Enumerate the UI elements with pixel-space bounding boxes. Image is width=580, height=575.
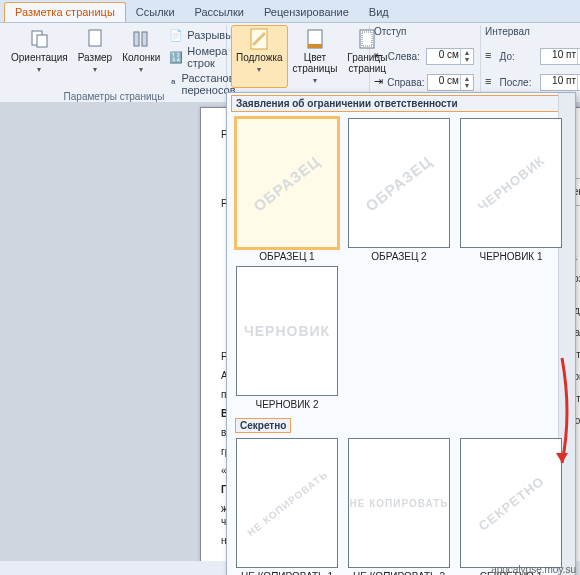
columns-icon: [130, 28, 152, 50]
spacing-after-row: ≡ После: 10 пт▲▼: [485, 73, 580, 91]
page-color-icon: [304, 28, 326, 50]
orientation-button[interactable]: Ориентация ▾: [6, 25, 73, 97]
gallery-grid-1: ОБРАЗЕЦОБРАЗЕЦ 1 ОБРАЗЕЦОБРАЗЕЦ 2 ЧЕРНОВ…: [227, 114, 575, 418]
gallery-section-secret: Секретно: [235, 418, 291, 433]
indent-right-icon: ⇥: [374, 75, 384, 89]
thumb-draft-2[interactable]: ЧЕРНОВИКЧЕРНОВИК 2: [233, 266, 341, 410]
thumb-nocopy-1[interactable]: НЕ КОПИРОВАТЬНЕ КОПИРОВАТЬ 1: [233, 438, 341, 575]
columns-button[interactable]: Колонки ▾: [117, 25, 165, 97]
svg-rect-8: [308, 44, 322, 48]
chevron-down-icon: ▾: [93, 65, 97, 74]
chevron-down-icon: ▾: [37, 65, 41, 74]
tab-review[interactable]: Рецензирование: [254, 3, 359, 22]
tab-page-layout[interactable]: Разметка страницы: [4, 2, 126, 22]
numbers-icon: 🔢: [169, 50, 183, 64]
app-window: Разметка страницы Ссылки Рассылки Реценз…: [0, 0, 580, 575]
spacing-after-icon: ≡: [485, 75, 497, 89]
thumb-sample-1[interactable]: ОБРАЗЕЦОБРАЗЕЦ 1: [233, 118, 341, 262]
indent-left-icon: ⇤: [374, 49, 385, 63]
breaks-icon: 📄: [169, 28, 183, 42]
watermark-button[interactable]: Подложка ▾: [231, 25, 288, 88]
thumb-sample-2[interactable]: ОБРАЗЕЦОБРАЗЕЦ 2: [345, 118, 453, 262]
size-button[interactable]: Размер ▾: [73, 25, 117, 97]
ribbon-tabs: Разметка страницы Ссылки Рассылки Реценз…: [0, 0, 580, 23]
indent-right-row: ⇥ Справа: 0 см▲▼: [374, 73, 474, 91]
svg-rect-4: [142, 32, 147, 46]
spacing-before-row: ≡ До: 10 пт▲▼: [485, 47, 580, 65]
indent-left-field[interactable]: 0 см▲▼: [426, 48, 474, 65]
spacing-before-field[interactable]: 10 пт▲▼: [540, 48, 580, 65]
watermark-icon: [248, 28, 270, 50]
page-color-button[interactable]: Цвет страницы ▾: [288, 25, 343, 88]
gallery-section-disclaimer: Заявления об ограничении ответственности: [231, 95, 571, 112]
tab-view[interactable]: Вид: [359, 3, 399, 22]
svg-rect-1: [37, 35, 47, 47]
indent-right-field[interactable]: 0 см▲▼: [427, 74, 474, 91]
tab-mailings[interactable]: Рассылки: [185, 3, 254, 22]
spinner[interactable]: ▲▼: [460, 49, 473, 64]
spacing-after-field[interactable]: 10 пт▲▼: [540, 74, 580, 91]
chevron-down-icon: ▾: [313, 76, 317, 85]
indent-left-row: ⇤ Слева: 0 см▲▼: [374, 47, 474, 65]
orientation-icon: [28, 28, 50, 50]
thumb-nocopy-2[interactable]: НЕ КОПИРОВАТЬНЕ КОПИРОВАТЬ 2: [345, 438, 453, 575]
chevron-down-icon: ▾: [257, 65, 261, 74]
watermark-gallery: Заявления об ограничении ответственности…: [226, 92, 576, 575]
spinner[interactable]: ▲▼: [460, 75, 473, 90]
chevron-down-icon: ▾: [139, 65, 143, 74]
tab-references[interactable]: Ссылки: [126, 3, 185, 22]
thumb-draft-1[interactable]: ЧЕРНОВИКЧЕРНОВИК 1: [457, 118, 565, 262]
svg-rect-2: [89, 30, 101, 46]
thumb-secret-1[interactable]: СЕКРЕТНОСЕКРЕТНО 1: [457, 438, 565, 575]
svg-rect-3: [134, 32, 139, 46]
group-label: Параметры страницы: [2, 91, 226, 102]
spacing-before-icon: ≡: [485, 49, 497, 63]
page-size-icon: [84, 28, 106, 50]
hyphenation-icon: ª: [169, 77, 177, 91]
credit-text: apocalypse.moy.su: [491, 564, 576, 575]
group-page-setup: Ориентация ▾ Размер ▾ Колонки ▾: [2, 25, 227, 103]
gallery-grid-2: НЕ КОПИРОВАТЬНЕ КОПИРОВАТЬ 1 НЕ КОПИРОВА…: [227, 434, 575, 575]
